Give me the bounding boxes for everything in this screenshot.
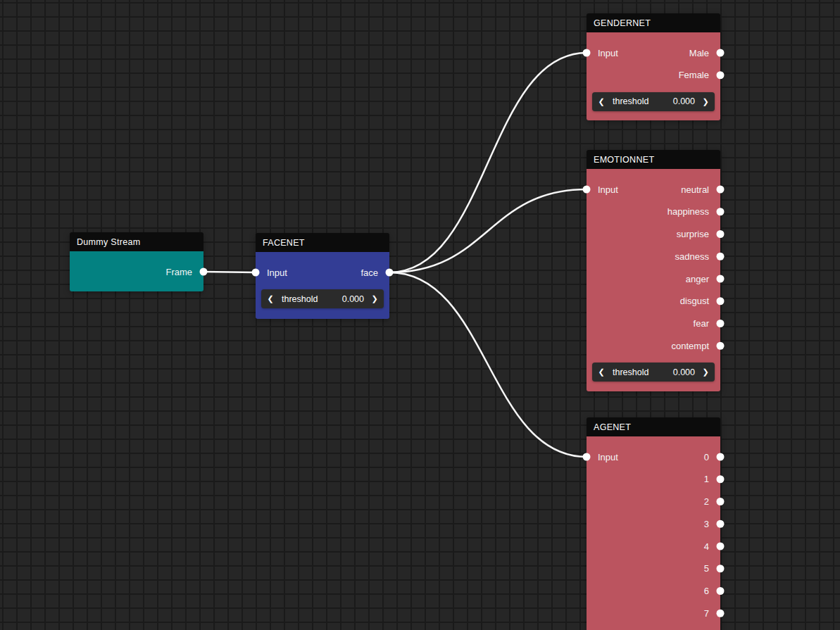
- port-row: Inputneutral: [587, 182, 720, 196]
- port-row: 4: [587, 539, 720, 553]
- port-row: happiness: [587, 205, 720, 219]
- output-port-label: happiness: [667, 206, 709, 217]
- port-row: contempt: [587, 339, 720, 353]
- output-port-label: 1: [704, 474, 709, 484]
- port-row: 1: [587, 472, 720, 486]
- node-title: AGENET: [594, 422, 631, 432]
- output-port-label: 7: [704, 608, 709, 619]
- node-body: Frame: [70, 251, 203, 291]
- input-port-label: Input: [598, 48, 618, 58]
- node-title: FACENET: [263, 238, 305, 248]
- node-facenet[interactable]: FACENETInputface❮threshold0.000❯: [256, 233, 389, 319]
- output-port-label: neutral: [681, 184, 709, 195]
- port-row: Frame: [70, 265, 203, 279]
- output-port-label: disgust: [680, 296, 709, 306]
- node-agenet[interactable]: AGENETInput01234567: [587, 417, 720, 630]
- stepper-value: 0.000: [673, 96, 695, 106]
- output-port-label: 3: [704, 519, 709, 529]
- stepper-value: 0.000: [673, 367, 695, 377]
- chevron-right-icon[interactable]: ❯: [365, 289, 384, 308]
- port-row: InputMale: [587, 46, 720, 60]
- stepper-label: threshold: [613, 367, 648, 377]
- node-body: Input01234567: [587, 436, 720, 630]
- chevron-right-icon[interactable]: ❯: [696, 92, 715, 111]
- node-header[interactable]: GENDERNET: [587, 13, 720, 32]
- node-graph-canvas[interactable]: Dummy StreamFrameFACENETInputface❮thresh…: [0, 0, 840, 630]
- output-port-label: sadness: [675, 251, 709, 262]
- output-port-label: Frame: [165, 267, 192, 277]
- port-row: Female: [587, 68, 720, 82]
- output-port-label: face: [361, 267, 378, 278]
- output-port-label: Female: [679, 70, 709, 80]
- stepper-value: 0.000: [342, 294, 364, 304]
- port-row: Inputface: [256, 265, 389, 279]
- threshold-stepper[interactable]: ❮threshold0.000❯: [261, 289, 384, 308]
- threshold-stepper[interactable]: ❮threshold0.000❯: [592, 92, 715, 111]
- output-port-label: 0: [704, 452, 709, 462]
- port-row: sadness: [587, 249, 720, 263]
- port-row: disgust: [587, 294, 720, 308]
- output-port-label: 6: [704, 586, 709, 596]
- input-port-label: Input: [598, 452, 618, 462]
- port-row: 3: [587, 517, 720, 531]
- port-row: 6: [587, 584, 720, 598]
- port-row: 5: [587, 562, 720, 576]
- node-body: Inputface❮threshold0.000❯: [256, 252, 389, 319]
- output-port-label: Male: [689, 48, 709, 58]
- node-dummy-stream[interactable]: Dummy StreamFrame: [70, 232, 203, 291]
- graph-editor-viewport: Dummy StreamFrameFACENETInputface❮thresh…: [0, 0, 840, 630]
- port-row: 7: [587, 606, 720, 620]
- node-emotionnet[interactable]: EMOTIONNETInputneutralhappinesssurprises…: [587, 150, 720, 391]
- output-port-label: 4: [704, 541, 709, 552]
- node-title: Dummy Stream: [77, 237, 140, 247]
- node-header[interactable]: AGENET: [587, 417, 720, 436]
- threshold-stepper[interactable]: ❮threshold0.000❯: [592, 363, 715, 382]
- node-header[interactable]: Dummy Stream: [70, 232, 203, 251]
- stepper-label: threshold: [613, 96, 648, 106]
- output-port-label: contempt: [672, 341, 709, 351]
- chevron-left-icon[interactable]: ❮: [592, 92, 610, 111]
- output-port-label: 2: [704, 496, 709, 507]
- stepper-label: threshold: [282, 294, 318, 304]
- chevron-left-icon[interactable]: ❮: [592, 363, 610, 382]
- port-row: 2: [587, 495, 720, 509]
- node-body: Inputneutralhappinesssurprisesadnessange…: [587, 169, 720, 391]
- chevron-right-icon[interactable]: ❯: [696, 363, 715, 382]
- node-title: EMOTIONNET: [594, 155, 654, 165]
- node-body: InputMaleFemale❮threshold0.000❯: [587, 32, 720, 120]
- input-port-label: Input: [267, 267, 287, 278]
- output-port-label: 5: [704, 563, 709, 574]
- output-port-label: anger: [686, 274, 709, 284]
- port-row: fear: [587, 317, 720, 331]
- node-title: GENDERNET: [594, 18, 651, 28]
- output-port-label: fear: [694, 318, 709, 329]
- port-row: anger: [587, 272, 720, 286]
- input-port-label: Input: [598, 184, 618, 195]
- node-header[interactable]: EMOTIONNET: [587, 150, 720, 169]
- node-gendernet[interactable]: GENDERNETInputMaleFemale❮threshold0.000❯: [587, 13, 720, 120]
- port-row: Input0: [587, 450, 720, 464]
- node-header[interactable]: FACENET: [256, 233, 389, 252]
- chevron-left-icon[interactable]: ❮: [261, 289, 280, 308]
- port-row: surprise: [587, 227, 720, 241]
- output-port-label: surprise: [677, 229, 709, 239]
